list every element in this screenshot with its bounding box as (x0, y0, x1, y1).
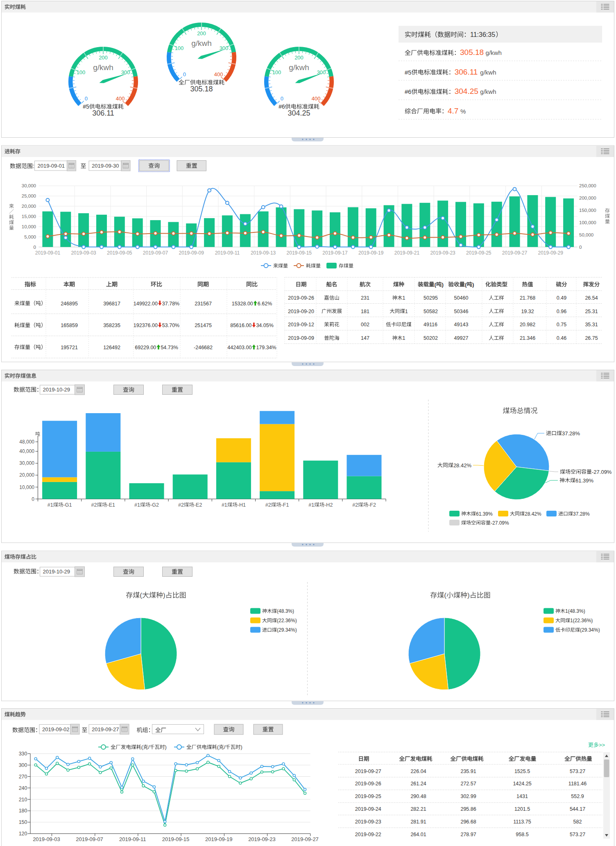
svg-text:-27.09%: -27.09% (491, 520, 509, 526)
svg-text:2019-09-11: 2019-09-11 (215, 250, 240, 256)
svg-text:10,000: 10,000 (22, 224, 36, 229)
svg-text:304.25: 304.25 (455, 87, 478, 96)
svg-text:g/kwh: g/kwh (93, 63, 113, 72)
svg-text:49143: 49143 (454, 322, 469, 327)
svg-text:-F1: -F1 (281, 502, 289, 508)
svg-text:#5: #5 (83, 103, 89, 110)
svg-text:2019-09-15: 2019-09-15 (162, 836, 190, 842)
svg-text:1(48.3%): 1(48.3%) (565, 608, 585, 614)
svg-text:/: / (148, 744, 150, 750)
svg-text:100: 100 (272, 69, 281, 75)
svg-text:270: 270 (19, 774, 27, 780)
svg-text:261.24: 261.24 (410, 781, 426, 787)
svg-text:-H2: -H2 (324, 502, 333, 508)
svg-text:100,000: 100,000 (579, 220, 596, 225)
svg-text:>>: >> (599, 742, 605, 748)
svg-text:20,000: 20,000 (19, 472, 34, 478)
svg-text:200: 200 (99, 55, 108, 61)
svg-text:573.27: 573.27 (570, 769, 585, 774)
svg-text:2019-09-03: 2019-09-03 (71, 250, 96, 256)
svg-text:958.5: 958.5 (516, 832, 528, 837)
svg-text:-H1: -H1 (238, 502, 246, 508)
svg-text:): ) (467, 591, 470, 599)
svg-text:226.04: 226.04 (410, 769, 426, 774)
svg-text:2019-09-22: 2019-09-22 (355, 832, 381, 837)
svg-text:251475: 251475 (195, 323, 212, 328)
svg-text:192376.00: 192376.00 (134, 323, 158, 328)
svg-text:): ) (442, 282, 444, 288)
svg-text:/: / (224, 744, 226, 750)
svg-text:25,000: 25,000 (22, 193, 36, 198)
svg-text:2019-09-12: 2019-09-12 (288, 322, 314, 327)
svg-text:%: % (460, 108, 466, 115)
svg-text:50,000: 50,000 (579, 232, 593, 237)
svg-text:50295: 50295 (424, 295, 438, 301)
svg-text:2019-10-29: 2019-10-29 (43, 569, 70, 575)
svg-text:2019-09-15: 2019-09-15 (287, 250, 312, 256)
svg-text:-G2: -G2 (150, 502, 159, 508)
svg-text:2019-09-07: 2019-09-07 (76, 836, 103, 842)
svg-text:200: 200 (294, 55, 303, 61)
svg-text:1(22.36%): 1(22.36%) (570, 618, 593, 623)
svg-text:2019-09-09: 2019-09-09 (288, 335, 314, 341)
svg-text:15328.00: 15328.00 (232, 301, 253, 307)
svg-text:28.42%: 28.42% (525, 511, 541, 517)
svg-text:2019-09-07: 2019-09-07 (143, 250, 168, 256)
svg-text:(29.34%): (29.34%) (277, 627, 297, 633)
svg-text:306.11: 306.11 (92, 109, 114, 117)
svg-text:272.57: 272.57 (460, 781, 476, 787)
svg-text:330: 330 (19, 751, 27, 757)
svg-text:573.27: 573.27 (570, 832, 585, 837)
svg-text:50582: 50582 (424, 309, 438, 314)
svg-text:26.54: 26.54 (585, 295, 598, 301)
svg-text:282.21: 282.21 (410, 806, 426, 812)
svg-text:200,000: 200,000 (579, 196, 596, 200)
svg-text:0.96: 0.96 (557, 309, 566, 314)
svg-text:0: 0 (34, 245, 36, 250)
svg-text:306.11: 306.11 (455, 68, 478, 76)
svg-text:147: 147 (361, 335, 369, 341)
svg-text:240: 240 (19, 785, 27, 791)
svg-text:28.42%: 28.42% (453, 462, 472, 468)
svg-text:#5: #5 (405, 69, 412, 76)
svg-text:231: 231 (361, 295, 369, 301)
svg-text:#1: #1 (308, 502, 314, 508)
svg-text:19.32: 19.32 (521, 309, 534, 314)
svg-text:69229.00: 69229.00 (135, 345, 156, 350)
svg-text:231567: 231567 (195, 301, 212, 307)
svg-text:37.28%: 37.28% (573, 511, 590, 517)
svg-text:2019-09-19: 2019-09-19 (205, 836, 233, 842)
svg-text:400: 400 (214, 71, 223, 77)
svg-text:1: 1 (403, 335, 405, 341)
svg-text:0: 0 (281, 96, 283, 102)
svg-text:#6: #6 (405, 88, 412, 95)
svg-text:20.982: 20.982 (520, 322, 535, 327)
svg-text:48,000: 48,000 (19, 439, 34, 445)
svg-text:1181.46: 1181.46 (568, 781, 587, 787)
svg-text:2019-09-23: 2019-09-23 (248, 836, 276, 842)
svg-text:(22.36%): (22.36%) (277, 618, 297, 623)
svg-text:2019-09-29: 2019-09-29 (538, 250, 564, 256)
svg-text:g/kwh: g/kwh (191, 39, 212, 48)
svg-text:#2: #2 (352, 502, 358, 508)
svg-text:61.39%: 61.39% (476, 511, 493, 517)
svg-text:5,000: 5,000 (24, 234, 36, 239)
svg-text:302.99: 302.99 (460, 794, 476, 799)
svg-text:150: 150 (19, 819, 27, 825)
svg-text:15,000: 15,000 (22, 214, 36, 219)
svg-text:#1: #1 (48, 502, 53, 508)
svg-text:g/kwh: g/kwh (486, 49, 502, 56)
svg-text:(: ( (140, 591, 142, 599)
svg-text:): ) (472, 282, 474, 288)
svg-text:#1: #1 (134, 502, 140, 508)
svg-text:278.97: 278.97 (460, 832, 476, 837)
svg-text:400: 400 (116, 96, 125, 102)
svg-text:6.62%: 6.62% (258, 301, 272, 307)
svg-text:30,000: 30,000 (19, 460, 34, 466)
svg-text:1431: 1431 (516, 794, 528, 799)
svg-text:2019-09-13: 2019-09-13 (251, 250, 276, 256)
svg-text:-E2: -E2 (194, 502, 202, 508)
svg-text:2019-09-02: 2019-09-02 (42, 726, 70, 732)
svg-text:-246682: -246682 (194, 345, 213, 350)
svg-text:544.17: 544.17 (570, 806, 585, 812)
